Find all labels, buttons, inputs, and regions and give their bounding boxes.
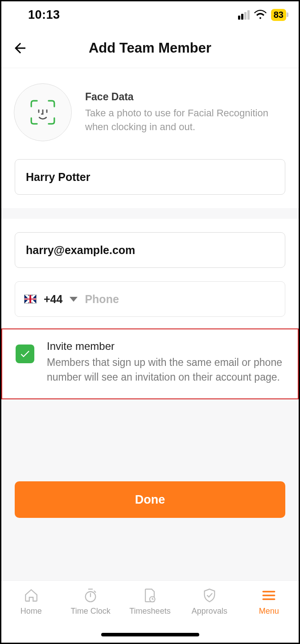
wifi-icon bbox=[254, 10, 267, 20]
page-title: Add Team Member bbox=[1, 40, 299, 56]
face-data-desc: Take a photo to use for Facial Recogniti… bbox=[85, 107, 286, 134]
face-scan-icon bbox=[29, 98, 57, 126]
document-clock-icon bbox=[141, 587, 158, 604]
status-icons: 83 bbox=[238, 9, 286, 21]
face-data-text: Face Data Take a photo to use for Facial… bbox=[85, 91, 286, 134]
device-frame: 10:13 83 Add Team Member bbox=[0, 0, 300, 644]
cellular-signal-icon bbox=[238, 10, 250, 20]
stopwatch-icon bbox=[82, 587, 99, 604]
status-bar: 10:13 83 bbox=[1, 1, 299, 28]
invite-member-section: Invite member Members that sign up with … bbox=[1, 328, 299, 399]
email-field[interactable] bbox=[15, 232, 285, 268]
done-button-wrap: Done bbox=[1, 481, 299, 540]
phone-field[interactable] bbox=[85, 293, 276, 306]
section-gap bbox=[1, 208, 299, 219]
tab-label: Home bbox=[21, 607, 42, 616]
invite-checkbox[interactable] bbox=[16, 345, 34, 363]
back-button[interactable] bbox=[12, 40, 28, 56]
chevron-down-icon[interactable] bbox=[70, 297, 78, 302]
invite-desc: Members that sign up with the same email… bbox=[47, 355, 284, 385]
status-time: 10:13 bbox=[28, 8, 60, 22]
tab-home[interactable]: Home bbox=[1, 587, 61, 616]
tab-label: Approvals bbox=[192, 607, 227, 616]
home-indicator[interactable] bbox=[101, 633, 199, 636]
bottom-pad bbox=[1, 540, 299, 580]
country-code[interactable]: +44 bbox=[44, 293, 62, 306]
check-icon bbox=[19, 348, 31, 360]
phone-row: +44 bbox=[15, 281, 285, 317]
shield-check-icon bbox=[201, 587, 218, 604]
done-button[interactable]: Done bbox=[15, 481, 285, 518]
email-input-section bbox=[1, 219, 299, 281]
face-data-section[interactable]: Face Data Take a photo to use for Facial… bbox=[1, 68, 299, 159]
tab-bar: Home Time Clock Timesheets Approvals Men… bbox=[1, 580, 299, 643]
invite-text: Invite member Members that sign up with … bbox=[47, 340, 284, 385]
battery-indicator: 83 bbox=[271, 9, 286, 21]
face-photo-placeholder[interactable] bbox=[14, 83, 72, 141]
page-header: Add Team Member bbox=[1, 28, 299, 68]
invite-title: Invite member bbox=[47, 340, 284, 353]
menu-icon bbox=[260, 587, 277, 604]
tab-timesheets[interactable]: Timesheets bbox=[120, 587, 180, 616]
tab-menu[interactable]: Menu bbox=[239, 587, 299, 616]
tab-label: Timesheets bbox=[129, 607, 170, 616]
home-icon bbox=[23, 587, 40, 604]
tab-approvals[interactable]: Approvals bbox=[180, 587, 239, 616]
uk-flag-icon[interactable] bbox=[24, 295, 37, 304]
name-input-section bbox=[1, 159, 299, 208]
tab-label: Time Clock bbox=[70, 607, 110, 616]
tab-time-clock[interactable]: Time Clock bbox=[61, 587, 120, 616]
arrow-left-icon bbox=[12, 40, 28, 56]
phone-input-section: +44 bbox=[1, 281, 299, 328]
flex-spacer bbox=[1, 399, 299, 481]
face-data-title: Face Data bbox=[85, 91, 286, 103]
content-area: Face Data Take a photo to use for Facial… bbox=[1, 68, 299, 580]
tab-label: Menu bbox=[259, 607, 279, 616]
name-field[interactable] bbox=[15, 159, 285, 195]
